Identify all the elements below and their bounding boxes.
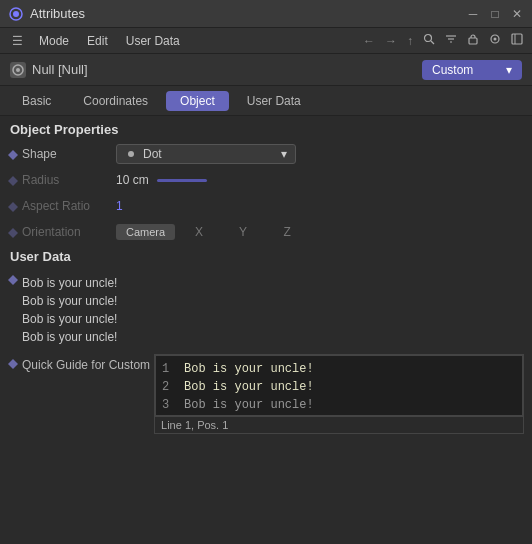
custom-arrow-icon: ▾ — [506, 63, 512, 77]
user-data-line-4: Bob is your uncle! — [22, 328, 524, 346]
user-data-heading: User Data — [0, 245, 532, 268]
menu-edit[interactable]: Edit — [79, 32, 116, 50]
orientation-x-label: X — [179, 225, 219, 239]
svg-point-13 — [16, 68, 20, 72]
shape-dropdown-arrow-icon: ▾ — [281, 147, 287, 161]
shape-value-text: Dot — [143, 147, 162, 161]
user-data-diamond-icon — [8, 270, 18, 280]
orientation-diamond-icon — [8, 227, 18, 237]
tab-user-data[interactable]: User Data — [233, 91, 315, 111]
radius-bar — [157, 179, 207, 182]
user-data-line-1: Bob is your uncle! — [22, 274, 524, 292]
null-label: Null [Null] — [10, 62, 88, 78]
svg-marker-17 — [8, 202, 18, 212]
expand-button[interactable] — [508, 31, 526, 50]
menu-user-data[interactable]: User Data — [118, 32, 188, 50]
quick-guide-row: Quick Guide for Custom 1 Bob is your unc… — [0, 352, 532, 436]
code-line-2: 2 Bob is your uncle! — [162, 378, 516, 396]
menu-bar: ☰ Mode Edit User Data ← → ↑ — [0, 28, 532, 54]
quick-guide-editor[interactable]: 1 Bob is your uncle! 2 Bob is your uncle… — [154, 354, 524, 434]
dot-shape-icon — [125, 148, 137, 160]
tab-object[interactable]: Object — [166, 91, 229, 111]
code-line-3: 3 Bob is your uncle! — [162, 396, 516, 414]
quick-guide-label: Quick Guide for Custom — [22, 354, 150, 372]
menu-bar-right: ← → ↑ — [360, 31, 526, 50]
svg-point-1 — [13, 11, 19, 17]
shape-label: Shape — [22, 147, 112, 161]
code-line-num-1: 1 — [162, 360, 176, 378]
user-data-line-2: Bob is your uncle! — [22, 292, 524, 310]
status-bar: Line 1, Pos. 1 — [155, 416, 523, 433]
svg-marker-19 — [8, 275, 18, 285]
quick-guide-diamond-icon — [8, 354, 18, 364]
code-editor[interactable]: 1 Bob is your uncle! 2 Bob is your uncle… — [155, 355, 523, 416]
svg-rect-7 — [469, 38, 477, 44]
null-object-icon — [10, 62, 26, 78]
maximize-button[interactable]: □ — [488, 7, 502, 21]
aspect-ratio-label: Aspect Ratio — [22, 199, 112, 213]
filter-button[interactable] — [442, 31, 460, 50]
svg-marker-14 — [8, 150, 18, 160]
svg-line-3 — [431, 41, 434, 44]
svg-rect-10 — [512, 34, 522, 44]
tab-coordinates[interactable]: Coordinates — [69, 91, 162, 111]
radius-label: Radius — [22, 173, 112, 187]
orientation-value: Camera X Y Z — [116, 224, 524, 240]
user-data-text-block: Bob is your uncle! Bob is your uncle! Bo… — [22, 270, 524, 350]
aspect-ratio-row: Aspect Ratio 1 — [0, 193, 532, 219]
code-line-num-3: 3 — [162, 396, 176, 414]
shape-value: Dot ▾ — [116, 144, 524, 164]
orientation-z-label: Z — [267, 225, 307, 239]
lock-button[interactable] — [464, 31, 482, 50]
shape-diamond-icon — [8, 149, 18, 159]
code-line-text-1: Bob is your uncle! — [184, 360, 314, 378]
user-data-line-3: Bob is your uncle! — [22, 310, 524, 328]
orientation-camera-button[interactable]: Camera — [116, 224, 175, 240]
menu-bar-left: ☰ Mode Edit User Data — [6, 32, 358, 50]
custom-label: Custom — [432, 63, 473, 77]
orientation-label: Orientation — [22, 225, 112, 239]
search-button[interactable] — [420, 31, 438, 50]
window-controls: ─ □ ✕ — [466, 7, 524, 21]
radius-row: Radius 10 cm — [0, 167, 532, 193]
close-button[interactable]: ✕ — [510, 7, 524, 21]
radius-value-text: 10 cm — [116, 173, 149, 187]
svg-point-15 — [128, 151, 134, 157]
shape-dropdown[interactable]: Dot ▾ — [116, 144, 296, 164]
title-bar-left: Attributes — [8, 6, 85, 22]
app-icon — [8, 6, 24, 22]
svg-marker-20 — [8, 359, 18, 369]
shape-dropdown-label: Dot — [125, 147, 162, 161]
hamburger-menu[interactable]: ☰ — [6, 32, 29, 50]
svg-marker-16 — [8, 176, 18, 186]
header-row: Null [Null] Custom ▾ — [0, 54, 532, 86]
nav-up-button[interactable]: ↑ — [404, 32, 416, 50]
code-line-text-3: Bob is your uncle! — [184, 396, 314, 414]
menu-mode[interactable]: Mode — [31, 32, 77, 50]
null-object-label: Null [Null] — [32, 62, 88, 77]
code-line-num-2: 2 — [162, 378, 176, 396]
svg-point-9 — [494, 38, 497, 41]
title-bar: Attributes ─ □ ✕ — [0, 0, 532, 28]
target-button[interactable] — [486, 31, 504, 50]
orientation-y-label: Y — [223, 225, 263, 239]
code-line-1: 1 Bob is your uncle! — [162, 360, 516, 378]
tab-basic[interactable]: Basic — [8, 91, 65, 111]
minimize-button[interactable]: ─ — [466, 7, 480, 21]
custom-dropdown[interactable]: Custom ▾ — [422, 60, 522, 80]
nav-back-button[interactable]: ← — [360, 32, 378, 50]
tab-row: Basic Coordinates Object User Data — [0, 86, 532, 116]
code-line-text-2: Bob is your uncle! — [184, 378, 314, 396]
user-data-text-row: Bob is your uncle! Bob is your uncle! Bo… — [0, 268, 532, 352]
aspect-ratio-diamond-icon — [8, 201, 18, 211]
radius-value: 10 cm — [116, 173, 524, 187]
orientation-row: Orientation Camera X Y Z — [0, 219, 532, 245]
window-title: Attributes — [30, 6, 85, 21]
svg-marker-18 — [8, 228, 18, 238]
shape-row: Shape Dot ▾ — [0, 141, 532, 167]
nav-forward-button[interactable]: → — [382, 32, 400, 50]
aspect-ratio-value-text: 1 — [116, 199, 123, 213]
object-properties-heading: Object Properties — [0, 116, 532, 141]
aspect-ratio-value: 1 — [116, 199, 524, 213]
radius-diamond-icon — [8, 175, 18, 185]
